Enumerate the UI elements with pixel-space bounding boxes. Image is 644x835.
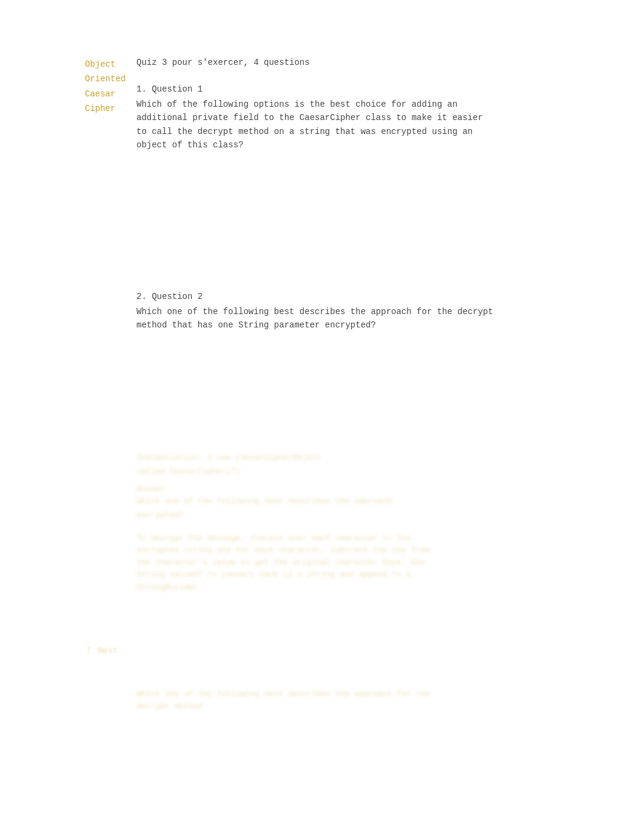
question-2-text: Which one of the following best describe…	[136, 305, 494, 332]
bottom-blurred-section: Which one of the following best describe…	[136, 688, 438, 713]
sidebar-item-caesar[interactable]: Caesar	[85, 87, 126, 101]
sidebar: Object Oriented Caesar Cipher	[85, 58, 126, 116]
bottom-blurred-line: Which one of the following best describe…	[136, 688, 438, 713]
blurred-line-1: Instantiation: a new CaesarCipherObject	[136, 452, 432, 464]
blurred-multiline: To decrypt the message, iterate over eac…	[136, 532, 432, 594]
quiz-header: Quiz 3 pour s'exercer, 4 questions	[136, 58, 583, 67]
question-2-number: 2. Question 2	[136, 292, 583, 301]
blurred-answer-line1: Which one of the following best describe…	[136, 495, 432, 508]
question-1-answer-area	[136, 152, 583, 273]
blurred-answer-line2: encrypted?	[136, 509, 432, 521]
sidebar-item-object[interactable]: Object	[85, 58, 126, 71]
blurred-answers-section: Instantiation: a new CaesarCipherObject …	[136, 452, 432, 594]
question-2-answer-area	[136, 332, 583, 429]
sidebar-item-cipher[interactable]: Cipher	[85, 102, 126, 115]
next-button[interactable]: ↑ Next	[85, 643, 118, 658]
blurred-line-2: called CaesarCipher(7)	[136, 466, 432, 478]
next-arrow-icon: ↑	[85, 643, 93, 658]
blurred-label: Answer	[136, 485, 432, 494]
next-question-area: ↑ Next	[85, 643, 118, 658]
sidebar-item-oriented[interactable]: Oriented	[85, 72, 126, 86]
next-button-label: Next	[98, 646, 118, 656]
main-content: Quiz 3 pour s'exercer, 4 questions 1. Qu…	[136, 58, 583, 447]
question-1-number: 1. Question 1	[136, 84, 583, 94]
question-2-block: 2. Question 2 Which one of the following…	[136, 292, 583, 429]
question-1-text: Which of the following options is the be…	[136, 98, 494, 152]
question-1-block: 1. Question 1 Which of the following opt…	[136, 84, 583, 273]
